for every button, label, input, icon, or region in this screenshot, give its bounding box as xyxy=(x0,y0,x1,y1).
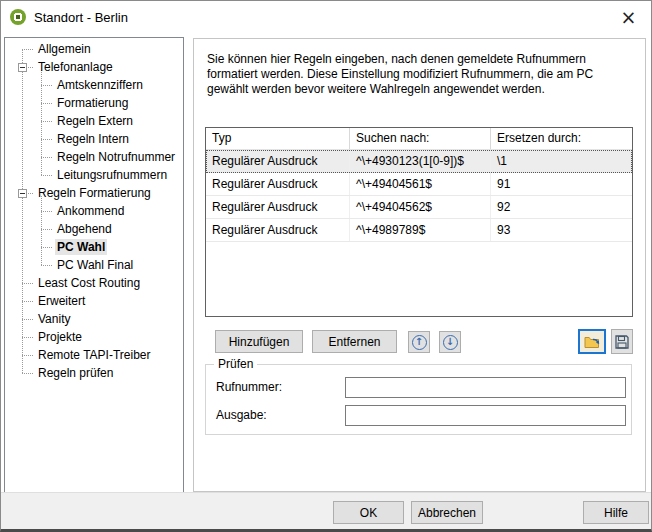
table-cell: ^\+49404561$ xyxy=(350,173,491,195)
tree-item-telefonanlage[interactable]: Telefonanlage xyxy=(5,58,183,76)
add-button[interactable]: Hinzufügen xyxy=(215,330,303,353)
tree-item-projekte[interactable]: Projekte xyxy=(5,328,183,346)
ausgabe-label: Ausgabe: xyxy=(216,405,267,426)
table-cell: ^\+49404562$ xyxy=(350,196,491,218)
tree-item-label: Vanity xyxy=(36,311,72,327)
collapse-minus-icon[interactable] xyxy=(18,63,27,72)
tree-item-regeln-intern[interactable]: Regeln Intern xyxy=(5,130,183,148)
column-header[interactable]: Suchen nach: xyxy=(350,128,491,149)
tree-item-abgehend[interactable]: Abgehend xyxy=(5,220,183,238)
rufnummer-label: Rufnummer: xyxy=(216,377,282,398)
tree-item-label: Telefonanlage xyxy=(36,59,115,75)
move-up-button[interactable]: ↑ xyxy=(408,331,430,353)
ausgabe-input[interactable] xyxy=(345,405,626,426)
table-row[interactable]: Regulärer Ausdruck^\+49404561$91 xyxy=(206,173,632,196)
tree-item-remote-tapi-treiber[interactable]: Remote TAPI-Treiber xyxy=(5,346,183,364)
remove-button[interactable]: Entfernen xyxy=(312,330,397,353)
tree-item-pc-wahl[interactable]: PC Wahl xyxy=(5,238,183,256)
column-header[interactable]: Ersetzen durch: xyxy=(491,128,632,149)
close-button[interactable]: × xyxy=(606,1,651,32)
tree-item-label: Abgehend xyxy=(55,221,114,237)
tree-item-amtskennziffern[interactable]: Amtskennziffern xyxy=(5,76,183,94)
tree-item-label: Regeln Notrufnummer xyxy=(55,149,177,165)
rules-table: TypSuchen nach:Ersetzen durch: Regulärer… xyxy=(205,127,633,317)
table-cell: 92 xyxy=(491,196,632,218)
tree-item-label: PC Wahl Final xyxy=(55,257,135,273)
tree-item-label: Erweitert xyxy=(36,293,87,309)
column-header[interactable]: Typ xyxy=(206,128,350,149)
table-cell: Regulärer Ausdruck xyxy=(206,173,350,195)
tree-item-label: Ankommend xyxy=(55,203,126,219)
dialog-window: Standort - Berlin × AllgemeinTelefonanla… xyxy=(0,0,652,532)
settings-tree: AllgemeinTelefonanlageAmtskennziffernFor… xyxy=(4,37,184,493)
cancel-button[interactable]: Abbrechen xyxy=(411,501,483,524)
pruefen-group-title: Prüfen xyxy=(214,357,257,371)
move-down-button[interactable]: ↓ xyxy=(439,331,461,353)
tree-item-label: Allgemein xyxy=(36,41,93,57)
rufnummer-input[interactable] xyxy=(345,377,626,398)
tree-item-label: Formatierung xyxy=(55,95,130,111)
window-title: Standort - Berlin xyxy=(34,10,128,25)
dialog-footer: OK Abbrechen Hilfe xyxy=(1,492,651,529)
table-row[interactable]: Regulärer Ausdruck^\+49404562$92 xyxy=(206,196,632,219)
table-header: TypSuchen nach:Ersetzen durch: xyxy=(206,128,632,150)
tree-item-label: Amtskennziffern xyxy=(55,77,145,93)
tree-item-label: Regeln prüfen xyxy=(36,365,115,381)
tree-item-erweitert[interactable]: Erweitert xyxy=(5,292,183,310)
table-cell: ^\+4930123(1[0-9])$ xyxy=(350,150,491,172)
tree-item-pc-wahl-final[interactable]: PC Wahl Final xyxy=(5,256,183,274)
save-rules-button[interactable] xyxy=(611,329,633,354)
folder-open-icon xyxy=(584,334,601,349)
tree-item-label: Regeln Formatierung xyxy=(36,185,153,201)
content-panel: Sie können hier Regeln eingeben, nach de… xyxy=(193,38,646,492)
table-cell: \1 xyxy=(491,150,632,172)
import-rules-button[interactable] xyxy=(578,329,606,354)
tree-item-regeln-extern[interactable]: Regeln Extern xyxy=(5,112,183,130)
pruefen-group: Prüfen Rufnummer: Ausgabe: xyxy=(205,364,632,435)
tree-item-label: Leitungsrufnummern xyxy=(55,167,169,183)
tree-items: AllgemeinTelefonanlageAmtskennziffernFor… xyxy=(5,38,183,492)
tree-item-ankommend[interactable]: Ankommend xyxy=(5,202,183,220)
arrow-down-icon: ↓ xyxy=(443,335,458,350)
tree-item-label: Remote TAPI-Treiber xyxy=(36,347,152,363)
tree-item-regeln-notrufnummer[interactable]: Regeln Notrufnummer xyxy=(5,148,183,166)
table-cell: Regulärer Ausdruck xyxy=(206,219,350,241)
save-icon xyxy=(615,335,629,349)
tree-item-label: Regeln Extern xyxy=(55,113,135,129)
table-cell: Regulärer Ausdruck xyxy=(206,196,350,218)
table-cell: 91 xyxy=(491,173,632,195)
help-button[interactable]: Hilfe xyxy=(583,501,649,524)
tree-item-label: Least Cost Routing xyxy=(36,275,142,291)
table-cell: 93 xyxy=(491,219,632,241)
collapse-minus-icon[interactable] xyxy=(18,189,27,198)
table-body: Regulärer Ausdruck^\+4930123(1[0-9])$\1R… xyxy=(206,150,632,242)
app-icon xyxy=(10,9,26,25)
tree-item-regeln-formatierung[interactable]: Regeln Formatierung xyxy=(5,184,183,202)
tree-item-least-cost-routing[interactable]: Least Cost Routing xyxy=(5,274,183,292)
tree-item-vanity[interactable]: Vanity xyxy=(5,310,183,328)
table-row[interactable]: Regulärer Ausdruck^\+4989789$93 xyxy=(206,219,632,242)
tree-item-label: Projekte xyxy=(36,329,84,345)
tree-item-regeln-pr-fen[interactable]: Regeln prüfen xyxy=(5,364,183,382)
tree-item-leitungsrufnummern[interactable]: Leitungsrufnummern xyxy=(5,166,183,184)
table-cell: ^\+4989789$ xyxy=(350,219,491,241)
description-text: Sie können hier Regeln eingeben, nach de… xyxy=(207,52,631,97)
tree-item-allgemein[interactable]: Allgemein xyxy=(5,40,183,58)
title-bar: Standort - Berlin × xyxy=(1,1,651,33)
arrow-up-icon: ↑ xyxy=(412,335,427,350)
tree-item-formatierung[interactable]: Formatierung xyxy=(5,94,183,112)
tree-item-label: Regeln Intern xyxy=(55,131,131,147)
table-cell: Regulärer Ausdruck xyxy=(206,150,350,172)
tree-item-label: PC Wahl xyxy=(55,239,107,255)
ok-button[interactable]: OK xyxy=(333,501,404,524)
table-row[interactable]: Regulärer Ausdruck^\+4930123(1[0-9])$\1 xyxy=(206,150,632,173)
